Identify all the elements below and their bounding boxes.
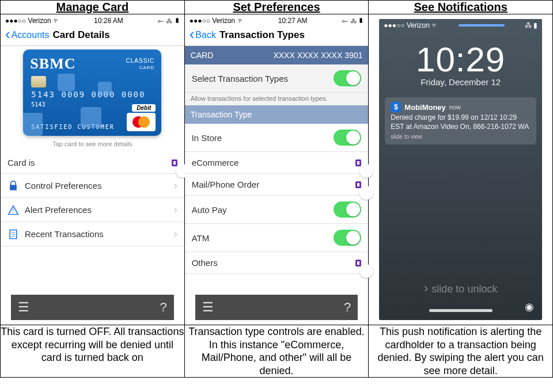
screen-set-preferences: ●●●○○ Verizon ᯤ 10:27 AM ⟜ ⁂ ▮ Back Tran… — [184, 14, 369, 325]
row-recent-transactions[interactable]: Recent Transactions › — [1, 222, 184, 246]
hamburger-icon[interactable]: ☰ — [202, 300, 214, 315]
bottom-bar: ☰ ? — [11, 295, 174, 320]
status-battery: ⁂ ▮ — [525, 21, 537, 29]
card-number: 5143 0009 0000 0000 — [31, 90, 145, 99]
nav-bar: Back Transaction Types — [185, 26, 369, 46]
mastercard-icon — [127, 113, 156, 131]
back-label: Back — [195, 30, 216, 40]
chevron-right-icon: › — [174, 180, 177, 192]
row-card-is: Card is — [1, 152, 184, 174]
card-band-label: CARD — [191, 51, 214, 60]
ecommerce-highlight — [355, 159, 361, 166]
screen-manage-card: ●●●○○ Verizon ᯤ 10:28 AM ⟜ ⁂ ▮ Accounts … — [1, 14, 185, 325]
back-button[interactable]: Back — [190, 30, 216, 40]
card-band-value: XXXX XXXX XXXX 3901 — [273, 51, 362, 60]
home-indicator — [429, 309, 493, 312]
chevron-right-icon: › — [174, 204, 177, 216]
status-battery: ⟜ ⁂ ▮ — [342, 17, 364, 25]
help-icon[interactable]: ? — [344, 300, 351, 315]
hamburger-icon[interactable]: ☰ — [18, 300, 29, 315]
auto-pay-toggle[interactable] — [334, 201, 361, 218]
lock-date: Friday, December 12 — [379, 77, 542, 87]
mail-phone-label: Mail/Phone Order — [192, 180, 260, 189]
nav-bar: Accounts Card Details — [1, 26, 184, 46]
camera-icon[interactable]: ◉ — [525, 300, 534, 313]
ecommerce-label: eCommerce — [192, 158, 239, 168]
receipt-icon — [7, 229, 19, 240]
push-notification[interactable]: $ MobiMoney now Denied charge for $19.99… — [385, 97, 536, 144]
row-others: Others — [185, 252, 369, 274]
row-atm: ATM — [185, 224, 369, 252]
row-ecommerce: eCommerce — [185, 152, 369, 174]
control-pref-label: Control Preferences — [25, 181, 101, 191]
card-number-small: 5143 — [31, 101, 45, 108]
select-types-label: Select Transaction Types — [192, 74, 288, 83]
lock-time: 10:29 — [379, 40, 542, 79]
row-control-preferences[interactable]: Control Preferences › — [1, 174, 184, 198]
notif-app-name: MobiMoney — [404, 103, 446, 112]
mail-phone-highlight — [355, 181, 361, 188]
status-time: 10:28 AM — [94, 17, 123, 25]
card-debit-badge: Debit — [132, 104, 156, 112]
comparison-table: Manage Card Set Preferences See Notifica… — [0, 0, 553, 378]
row-mail-phone: Mail/Phone Order — [185, 174, 369, 196]
in-store-toggle[interactable] — [334, 130, 361, 146]
others-label: Others — [192, 258, 218, 268]
row-alert-preferences[interactable]: ! Alert Preferences › — [1, 198, 184, 222]
caption-notifications: This push notification is alerting the c… — [369, 325, 553, 378]
transaction-type-band: Transaction Type — [185, 105, 369, 124]
status-bar: ●●●○○ Verizon ᯤ ⁂ ▮ — [379, 19, 542, 31]
card-band: CARD XXXX XXXX XXXX 3901 — [185, 46, 369, 64]
card-is-label: Card is — [7, 158, 35, 168]
svg-text:!: ! — [13, 208, 14, 214]
help-icon[interactable]: ? — [160, 300, 166, 315]
auto-pay-label: Auto Pay — [192, 205, 227, 215]
chevron-right-icon: › — [174, 228, 177, 240]
atm-toggle[interactable] — [334, 230, 361, 246]
others-highlight — [355, 260, 361, 267]
row-auto-pay: Auto Pay — [185, 196, 369, 224]
tap-card-hint: Tap card to see more details — [1, 138, 184, 152]
back-button[interactable]: Accounts — [5, 30, 49, 40]
card-holder: SATISFIED CUSTOMER — [31, 124, 114, 130]
caption-set-preferences: Transaction type controls are enabled. I… — [184, 325, 369, 378]
lock-icon — [7, 180, 19, 192]
header-see-notifications: See Notifications — [369, 1, 553, 14]
status-progress-icon — [459, 24, 505, 26]
status-time: 10:27 AM — [278, 17, 308, 25]
status-carrier: ●●●○○ Verizon ᯤ — [190, 17, 244, 25]
status-carrier: ●●●○○ Verizon ᯤ — [384, 21, 438, 29]
in-store-label: In Store — [192, 133, 222, 143]
status-bar: ●●●○○ Verizon ᯤ 10:27 AM ⟜ ⁂ ▮ — [185, 14, 369, 26]
lock-screen: ●●●○○ Verizon ᯤ ⁂ ▮ 10:29 Friday, Decemb… — [379, 19, 542, 320]
notif-app-icon: $ — [391, 102, 401, 112]
header-manage-card: Manage Card — [1, 1, 185, 14]
header-set-preferences: Set Preferences — [184, 1, 369, 14]
notif-time: now — [449, 104, 461, 111]
row-in-store: In Store — [185, 124, 369, 152]
notif-slide-hint: slide to view — [391, 134, 531, 140]
card-variant: CLASSIC CARD — [126, 58, 155, 70]
status-bar: ●●●○○ Verizon ᯤ 10:28 AM ⟜ ⁂ ▮ — [1, 14, 184, 26]
card-image[interactable]: SBMC CLASSIC CARD 5143 0009 0000 0000 51… — [23, 50, 161, 136]
status-battery: ⟜ ⁂ ▮ — [157, 17, 180, 25]
back-label: Accounts — [12, 30, 50, 40]
screen-notifications: ●●●○○ Verizon ᯤ ⁂ ▮ 10:29 Friday, Decemb… — [369, 14, 553, 325]
recent-trans-label: Recent Transactions — [25, 229, 104, 239]
alert-icon: ! — [7, 204, 19, 216]
slide-to-unlock[interactable]: slide to unlock — [379, 281, 542, 296]
alert-pref-label: Alert Preferences — [25, 205, 92, 215]
card-toggle-highlight — [172, 159, 177, 166]
status-carrier: ●●●○○ Verizon ᯤ — [5, 17, 60, 25]
select-types-toggle[interactable] — [334, 70, 361, 86]
atm-label: ATM — [192, 233, 210, 243]
card-chip-icon — [31, 76, 46, 87]
notif-body: Denied charge for $19.99 on 12/12 10:29 … — [391, 113, 531, 131]
caption-manage-card: This card is turned OFF. All transaction… — [1, 325, 185, 378]
page-title: Transaction Types — [219, 29, 305, 41]
bottom-bar: ☰ ? — [195, 295, 358, 320]
select-types-subtext: Allow transactions for selected transact… — [185, 93, 369, 105]
notif-header: $ MobiMoney now — [391, 102, 531, 112]
page-title: Card Details — [52, 29, 109, 41]
row-select-types: Select Transaction Types — [185, 64, 369, 93]
